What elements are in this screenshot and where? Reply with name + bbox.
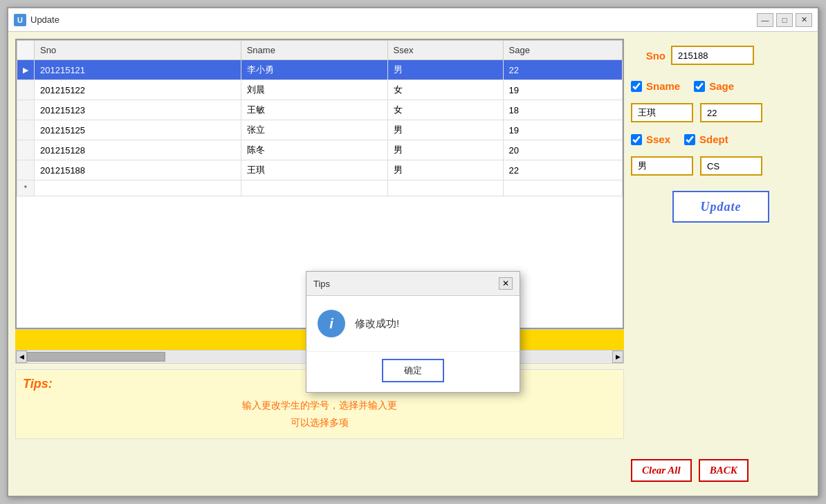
cell-sname: 张立: [241, 120, 387, 140]
ssex-checkbox[interactable]: [631, 134, 642, 145]
cell-ssex: 男: [387, 120, 503, 140]
sdept-checkbox[interactable]: [684, 134, 695, 145]
table-row[interactable]: 201215128陈冬男20: [17, 140, 623, 160]
table-header-row: Sno Sname Ssex Sage: [17, 41, 623, 60]
dialog-title-bar: Tips ✕: [306, 272, 520, 296]
cell-sname: 王琪: [241, 160, 387, 180]
cell-sno: 201215128: [35, 140, 241, 160]
new-row-cell: [503, 180, 622, 196]
cell-sname: 李小勇: [241, 60, 387, 80]
window-title: Update: [30, 15, 753, 25]
right-panel: Sno Sname Sage: [631, 39, 811, 489]
row-indicator: [17, 100, 35, 120]
sname-checkbox-label: Sname: [646, 80, 680, 92]
row-indicator: [17, 80, 35, 100]
col-ssex: Ssex: [387, 41, 503, 60]
cell-sno: 201215125: [35, 120, 241, 140]
data-table: Sno Sname Ssex Sage ▶201215121李小勇男222012…: [17, 40, 623, 196]
bottom-buttons: Clear All BACK: [631, 459, 811, 482]
cell-ssex: 女: [387, 100, 503, 120]
cell-sname: 王敏: [241, 100, 387, 120]
dialog-close-button[interactable]: ✕: [499, 277, 513, 290]
table-row[interactable]: ▶201215121李小勇男22: [17, 60, 623, 80]
sno-section: Sno: [631, 46, 811, 65]
table-row[interactable]: 201215188王琪男22: [17, 160, 623, 180]
sname-sage-checkboxes: Sname Sage: [631, 80, 811, 92]
title-bar: U Update — □ ✕: [8, 8, 818, 32]
ssex-sdept-checkboxes: Ssex Sdept: [631, 133, 811, 145]
table-row[interactable]: 201215125张立男19: [17, 120, 623, 140]
col-sno: Sno: [35, 41, 241, 60]
close-button[interactable]: ✕: [796, 13, 812, 27]
main-content: Sno Sname Ssex Sage ▶201215121李小勇男222012…: [8, 32, 818, 496]
minimize-button[interactable]: —: [757, 13, 773, 27]
scroll-left-button[interactable]: ◀: [16, 351, 27, 363]
cell-sno: 201215123: [35, 100, 241, 120]
dialog-footer: 确定: [306, 351, 520, 392]
tips-text: 输入更改学生的学号，选择并输入更 可以选择多项: [23, 397, 616, 431]
dialog-title: Tips: [313, 279, 330, 289]
maximize-button[interactable]: □: [776, 13, 793, 27]
tips-line1: 输入更改学生的学号，选择并输入更: [23, 397, 616, 414]
confirm-button[interactable]: 确定: [382, 359, 444, 382]
ssex-checkbox-group: Ssex: [631, 133, 670, 145]
ssex-input[interactable]: [631, 156, 693, 176]
clear-all-button[interactable]: Clear All: [631, 459, 692, 482]
cell-sno: 201215122: [35, 80, 241, 100]
cell-sname: 陈冬: [241, 140, 387, 160]
cell-ssex: 男: [387, 140, 503, 160]
row-indicator: ▶: [17, 60, 35, 80]
ssex-checkbox-label: Ssex: [646, 133, 670, 145]
dialog-body: i 修改成功!: [306, 296, 520, 351]
cell-sname: 刘晨: [241, 80, 387, 100]
main-window: U Update — □ ✕ Sno Sname Ssex: [7, 7, 819, 497]
dialog-message: 修改成功!: [355, 317, 399, 330]
cell-sage: 20: [503, 140, 622, 160]
row-indicator: [17, 140, 35, 160]
sage-checkbox[interactable]: [694, 81, 705, 92]
back-button[interactable]: BACK: [699, 459, 749, 482]
sname-checkbox[interactable]: [631, 81, 642, 92]
col-sname: Sname: [241, 41, 387, 60]
cell-sage: 19: [503, 120, 622, 140]
sname-checkbox-group: Sname: [631, 80, 680, 92]
scroll-thumb[interactable]: [27, 352, 165, 362]
table-row[interactable]: 201215122刘晨女19: [17, 80, 623, 100]
sage-checkbox-group: Sage: [694, 80, 734, 92]
left-panel: Sno Sname Ssex Sage ▶201215121李小勇男222012…: [15, 39, 624, 489]
cell-sage: 18: [503, 100, 622, 120]
ssex-sdept-inputs: [631, 156, 811, 176]
cell-sage: 22: [503, 60, 622, 80]
update-btn-container: Update: [631, 191, 811, 223]
cell-sage: 22: [503, 160, 622, 180]
tips-line2: 可以选择多项: [23, 414, 616, 431]
scroll-right-button[interactable]: ▶: [612, 351, 623, 363]
new-row-cell: [35, 180, 241, 196]
cell-ssex: 男: [387, 160, 503, 180]
new-row-indicator: *: [17, 180, 35, 196]
tips-dialog: Tips ✕ i 修改成功! 确定: [306, 271, 520, 393]
window-icon: U: [14, 14, 26, 26]
table-row[interactable]: 201215123王敏女18: [17, 100, 623, 120]
sdept-checkbox-group: Sdept: [684, 133, 728, 145]
new-row-cell: [387, 180, 503, 196]
sno-input[interactable]: [671, 46, 754, 65]
col-sage: Sage: [503, 41, 622, 60]
table-new-row[interactable]: *: [17, 180, 623, 196]
sage-checkbox-label: Sage: [709, 80, 734, 92]
sdept-input[interactable]: [700, 156, 762, 176]
cell-sno: 201215121: [35, 60, 241, 80]
new-row-cell: [241, 180, 387, 196]
sname-input[interactable]: [631, 103, 693, 122]
update-button[interactable]: Update: [672, 191, 769, 223]
cell-sage: 19: [503, 80, 622, 100]
cell-ssex: 女: [387, 80, 503, 100]
sage-input[interactable]: [700, 103, 762, 122]
cell-ssex: 男: [387, 60, 503, 80]
info-icon: i: [318, 310, 345, 337]
sdept-checkbox-label: Sdept: [699, 133, 728, 145]
sname-sage-inputs: [631, 103, 811, 122]
sno-label: Sno: [631, 50, 666, 62]
row-indicator: [17, 120, 35, 140]
row-indicator-header: [17, 41, 35, 60]
